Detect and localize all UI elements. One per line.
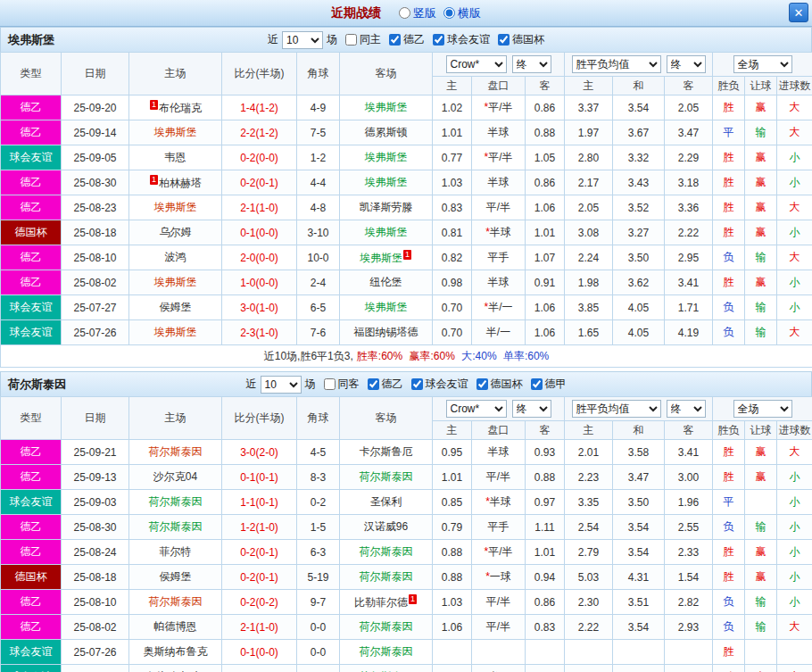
date-cell: 25-08-30 [62,170,129,195]
avg-select[interactable]: 胜平负均值 [572,55,661,73]
avg-draw-cell: 3.50 [613,490,665,515]
odds-away-cell [526,640,565,665]
avg-away-cell: 2.55 [665,515,713,540]
close-icon: ✕ [794,6,804,20]
goals-result-cell [777,640,812,665]
score-cell: 0-2(0-1) [222,565,297,590]
filter-checkbox[interactable] [476,378,488,390]
bookmaker-select[interactable]: Crow* [446,55,507,73]
outcome-cell: 负 [713,515,745,540]
col-outcome: 胜负 [713,77,745,95]
home-team-cell: 埃弗斯堡 [129,320,222,345]
date-cell: 25-08-02 [62,615,129,640]
handicap-result-cell: 赢 [745,665,777,672]
filter-checkbox[interactable] [345,34,357,46]
outcome-cell: 胜 [713,170,745,195]
filter-checkbox[interactable] [498,34,510,46]
score-cell: 0-2(0-2) [222,590,297,615]
filter-option[interactable]: 德乙 [368,377,403,392]
team-section-holstein: 荷尔斯泰因 近 10 场 同客德乙球会友谊德国杯德甲 类型 日期 主场 比分(半… [0,371,812,672]
home-team-cell: 荷尔斯泰因 [129,490,222,515]
avg-away-cell: 3.36 [665,195,713,220]
odds-home-cell: 1.06 [433,615,472,640]
filter-option[interactable]: 球会友谊 [433,32,490,47]
outcome-cell: 胜 [713,465,745,490]
corner-cell: 5-19 [297,565,340,590]
odds-away-cell: 0.86 [526,590,565,615]
col-score: 比分(半场) [222,397,297,440]
team-name: 埃弗斯堡 [360,252,402,264]
league-type-cell: 球会友谊 [1,145,62,170]
home-team-cell: 侯姆堡 [129,565,222,590]
odds-handicap-cell: 半球 [472,120,526,145]
avg-stage-select[interactable]: 终 [667,55,706,73]
layout-horizontal-option[interactable]: 横版 [443,5,481,21]
avg-away-cell: 4.19 [665,320,713,345]
layout-vertical-option[interactable]: 竖版 [399,5,436,21]
avg-away-cell: 3.00 [665,465,713,490]
filter-bar: 近 10 场 同客德乙球会友谊德国杯德甲 [246,376,567,394]
filter-checkbox[interactable] [531,378,543,390]
odds-handicap-cell: 平手 [472,245,526,270]
avg-draw-cell: 3.54 [613,615,665,640]
close-button[interactable]: ✕ [789,3,808,22]
date-cell: 25-09-20 [62,95,129,120]
bookmaker-select[interactable]: Crow* [446,400,507,418]
match-count-select[interactable]: 10 [261,376,302,394]
handicap-result-cell: 赢 [745,440,777,465]
scope-select[interactable]: 全场 [733,55,792,73]
odds-away-cell: 0.93 [526,440,565,465]
match-row: 球会友谊25-07-26奥斯纳布鲁克0-1(0-0)0-0荷尔斯泰因胜 [1,640,812,665]
team-name: 荷尔斯泰因 [360,645,413,658]
filter-option[interactable]: 同客 [324,377,360,392]
avg-select[interactable]: 胜平负均值 [572,400,661,418]
odds-stage-select[interactable]: 终 [512,55,551,73]
filter-checkbox[interactable] [389,34,401,46]
team-name: 荷尔斯泰因 [360,470,413,483]
corner-cell: 0-2 [297,490,340,515]
avg-stage-select[interactable]: 终 [667,400,706,418]
avg-home-cell: 4.39 [565,665,613,672]
team-name: 纽伦堡 [370,276,402,288]
filter-checkbox[interactable] [411,378,423,390]
filter-option[interactable]: 德国杯 [498,32,544,47]
near-label: 近 [246,377,257,392]
filter-option[interactable]: 德国杯 [476,377,523,392]
corner-cell: 4-9 [297,95,340,120]
odds-handicap-cell: 平/半 [472,195,526,220]
odds-away-cell: 1.06 [526,195,565,220]
filter-checkbox[interactable] [324,378,336,390]
filter-option[interactable]: 德乙 [389,32,425,47]
away-team-cell: 荷尔斯泰因 [340,640,433,665]
handicap-result-cell: 赢 [745,270,777,295]
filter-option[interactable]: 同主 [345,32,381,47]
scope-select[interactable]: 全场 [733,400,792,418]
match-row: 德乙25-08-301柏林赫塔0-2(0-1)4-4埃弗斯堡1.03半球0.86… [1,170,812,195]
odds-handicap-cell: 半球 [472,440,526,465]
match-row: 德乙25-09-21荷尔斯泰因3-0(2-0)4-5卡尔斯鲁厄0.95半球0.9… [1,440,812,465]
summary-segment: 赢率:60% [406,350,455,362]
filter-checkbox[interactable] [433,34,444,46]
team-name: 柏林赫塔 [159,177,202,189]
goals-result-cell: 小 [777,515,812,540]
corner-cell: 0-0 [297,665,340,672]
avg-home-cell: 2.80 [565,145,613,170]
corner-cell: 7-5 [297,120,340,145]
score-cell: 2-3(1-0) [222,320,297,345]
vertical-layout-radio[interactable] [399,7,410,19]
corner-cell: 6-3 [297,540,340,565]
filter-option[interactable]: 德甲 [531,377,567,392]
col-date: 日期 [62,53,129,95]
col-avg-draw: 和 [613,77,665,95]
handicap-result-cell [745,490,777,515]
col-odds-away: 客 [526,421,565,440]
avg-home-cell: 1.65 [565,320,613,345]
odds-away-cell: 0.88 [526,465,565,490]
horizontal-layout-radio[interactable] [443,7,455,19]
odds-away-cell: 1.01 [526,540,565,565]
filter-option[interactable]: 球会友谊 [411,377,468,392]
filter-checkbox[interactable] [368,378,379,390]
filter-label: 德国杯 [512,32,544,47]
odds-stage-select[interactable]: 终 [512,400,551,418]
match-count-select[interactable]: 10 [282,31,323,49]
